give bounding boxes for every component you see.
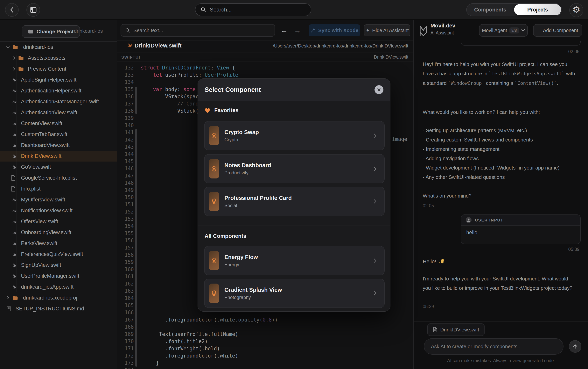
swift-icon <box>11 153 17 159</box>
tree-item-dashboardview-swift[interactable]: DashboardView.swift <box>0 140 117 151</box>
code-line-167: 167 .foregroundColor(.white.opacity(0.8)… <box>117 316 413 323</box>
capability-item: - Creating custom SwiftUI views and comp… <box>423 135 579 144</box>
change-project-button[interactable]: Change Project <box>22 25 80 38</box>
open-file-name[interactable]: DrinkIDView.swift <box>135 42 182 49</box>
line-number: 170 <box>117 338 134 345</box>
line-number: 149 <box>117 187 134 194</box>
breadcrumb: SWIFTUI <box>121 55 140 60</box>
line-number: 153 <box>117 215 134 223</box>
code-text <box>134 223 141 230</box>
back-button[interactable] <box>5 3 19 17</box>
tree-item-drinkcard-ios[interactable]: drinkcard-ios <box>0 42 117 52</box>
component-card-professional-profile-card[interactable]: Professional Profile Card Social <box>204 187 385 216</box>
tab-components[interactable]: Components <box>467 4 514 16</box>
chevron-down-icon[interactable] <box>6 45 10 49</box>
settings-button[interactable]: ⚙ <box>569 3 583 17</box>
component-card-gradient-splash-view[interactable]: Gradient Splash View Photography <box>204 279 385 308</box>
global-search[interactable] <box>195 3 311 16</box>
tree-item-googleservice-info-plist[interactable]: GoogleService-Info.plist <box>0 173 117 183</box>
chevron-right-icon[interactable] <box>12 56 16 60</box>
line-number: 154 <box>117 223 134 230</box>
code-line-170: 170 .font(.title2) <box>117 338 413 345</box>
component-card-crypto-swap[interactable]: Crypto Swap Crypto <box>204 121 385 150</box>
tree-item-label: UserProfileManager.swift <box>21 273 79 279</box>
tree-item-applesigninhelper-swift[interactable]: AppleSignInHelper.swift <box>0 74 117 85</box>
breadcrumb-file: DrinkIDView.swift <box>374 54 408 60</box>
divider <box>117 40 413 41</box>
tree-item-assets-xcassets[interactable]: Assets.xcassets <box>0 52 117 63</box>
tree-item-drinkidview-swift[interactable]: DrinkIDView.swift <box>0 151 117 162</box>
global-search-input[interactable] <box>209 6 306 13</box>
add-component-button[interactable]: + Add Component <box>533 24 582 37</box>
line-number: 166 <box>117 309 134 316</box>
close-button[interactable] <box>374 85 383 94</box>
movil-logo-icon <box>418 24 428 36</box>
code-text: .foregroundColor(.white) <box>134 352 238 359</box>
sidebar-layout-icon <box>30 7 37 13</box>
user-input-label: USER INPUT <box>475 218 503 223</box>
tree-item-label: GoogleService-Info.plist <box>21 175 77 181</box>
component-thumbnail <box>209 192 219 211</box>
divider <box>117 52 413 53</box>
editor-search[interactable] <box>121 24 275 37</box>
tree-item-myoffersview-swift[interactable]: MyOffersView.swift <box>0 194 117 205</box>
gear-icon: ⚙ <box>572 5 580 14</box>
tree-item-notificationsview-swift[interactable]: NotificationsView.swift <box>0 205 117 216</box>
chevron-right-icon[interactable] <box>12 67 16 71</box>
ai-prompt-field[interactable] <box>424 338 564 355</box>
tree-item-offersview-swift[interactable]: OffersView.swift <box>0 216 117 227</box>
hide-ai-assistant-button[interactable]: ✦ Hide AI Assistant <box>364 24 410 36</box>
layers-icon <box>211 132 218 139</box>
sync-with-xcode-button[interactable]: Sync with Xcode <box>309 24 360 36</box>
sparkles-icon: ✦ <box>366 27 370 33</box>
tree-item-authenticationview-swift[interactable]: AuthenticationView.swift <box>0 107 117 118</box>
line-number: 157 <box>117 244 134 251</box>
tree-item-drinkcard-ios-xcodeproj[interactable]: drinkcard-ios.xcodeproj <box>0 292 117 303</box>
toggle-sidebar-button[interactable] <box>26 3 40 17</box>
markdown-file-icon <box>6 306 11 312</box>
tree-item-authenticationstatemanager-swift[interactable]: AuthenticationStateManager.swift <box>0 96 117 107</box>
line-number: 142 <box>117 136 134 144</box>
tree-item-userprofilemanager-swift[interactable]: UserProfileManager.swift <box>0 270 117 281</box>
tree-item-customtabbar-swift[interactable]: CustomTabBar.swift <box>0 129 117 140</box>
tree-item-signupview-swift[interactable]: SignUpView.swift <box>0 260 117 270</box>
tree-item-info-plist[interactable]: Info.plist <box>0 183 117 194</box>
tab-projects[interactable]: Projects <box>514 4 561 15</box>
chevron-right-icon <box>372 290 377 297</box>
line-number: 145 <box>117 158 134 165</box>
document-icon <box>433 327 438 333</box>
component-category: Crypto <box>224 137 372 143</box>
ai-prompt-input[interactable] <box>431 343 557 350</box>
agent-selector[interactable]: Movil Agent 8/8 <box>479 24 528 37</box>
tree-item-onboardingview-swift[interactable]: OnboardingView.swift <box>0 227 117 238</box>
tree-item-drinkcard-iosapp-swift[interactable]: drinkcard_iosApp.swift <box>0 281 117 292</box>
tree-item-contentview-swift[interactable]: ContentView.swift <box>0 118 117 129</box>
code-text <box>134 136 141 144</box>
favorites-label-text: Favorites <box>214 107 239 113</box>
component-card-notes-dashboard[interactable]: Notes Dashboard Productivity <box>204 154 385 183</box>
code-text: .fontWeight(.bold) <box>134 345 220 352</box>
file-tree: drinkcard-iosAssets.xcassetsPreview Cont… <box>0 42 117 314</box>
navigate-forward-icon[interactable]: → <box>294 24 301 37</box>
component-card-energy-flow[interactable]: Energy Flow Energy <box>204 246 385 275</box>
tree-item-authenticationhelper-swift[interactable]: AuthenticationHelper.swift <box>0 85 117 96</box>
component-title: Professional Profile Card <box>224 195 372 201</box>
layers-icon <box>211 198 218 205</box>
navigate-back-icon[interactable]: ← <box>281 24 288 37</box>
tree-item-preview-content[interactable]: Preview Content <box>0 63 117 74</box>
modal-title: Select Component <box>205 86 374 93</box>
context-file-chip[interactable]: DrinkIDView.swift <box>427 323 485 336</box>
tree-item-label: NotificationsView.swift <box>21 208 73 214</box>
tree-item-goview-swift[interactable]: GoView.swift <box>0 162 117 173</box>
component-category: Social <box>224 203 372 208</box>
tree-item-perksview-swift[interactable]: PerksView.swift <box>0 238 117 249</box>
tree-item-setup-instructions-md[interactable]: SETUP_INSTRUCTIONS.md <box>0 303 117 314</box>
sync-label: Sync with Xcode <box>318 27 359 33</box>
send-button[interactable] <box>569 340 581 353</box>
tree-item-preferencesquizview-swift[interactable]: PreferencesQuizView.swift <box>0 249 117 260</box>
editor-search-input[interactable] <box>133 27 270 34</box>
ai-capabilities-list: - Setting up architecture patterns (MVVM… <box>423 126 579 182</box>
code-line-132: 132struct DrinkIDCardFront: View { <box>117 64 413 72</box>
chevron-right-icon[interactable] <box>6 296 10 300</box>
code-text <box>134 179 141 187</box>
